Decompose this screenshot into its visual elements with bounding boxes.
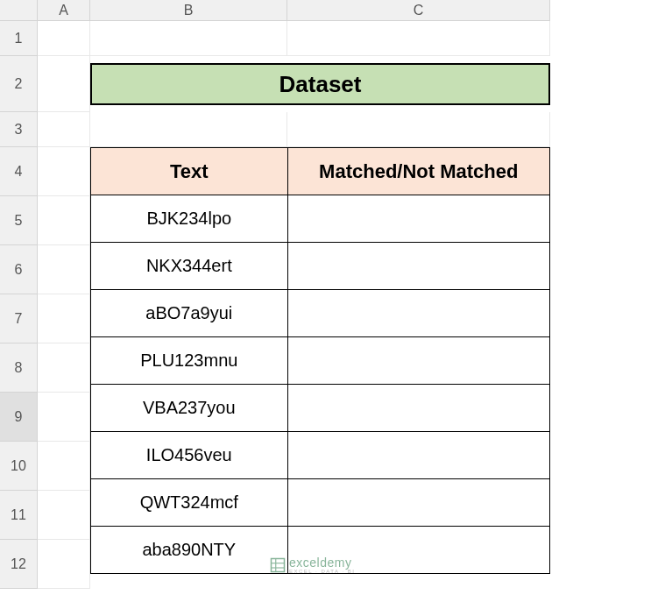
header-matched[interactable]: Matched/Not Matched xyxy=(287,148,549,195)
row-header-9[interactable]: 9 xyxy=(0,393,38,442)
data-table: Text Matched/Not Matched BJK234lpo NKX34… xyxy=(90,147,550,574)
cell-a4[interactable] xyxy=(38,147,90,196)
table-row: NKX344ert xyxy=(91,243,550,290)
col-header-a[interactable]: A xyxy=(38,0,90,21)
cell-a5[interactable] xyxy=(38,196,90,245)
title-merged-cell[interactable]: Dataset xyxy=(90,56,550,112)
table-header-row: Text Matched/Not Matched xyxy=(91,148,550,195)
table-row: aBO7a9yui xyxy=(91,290,550,337)
cell-matched[interactable] xyxy=(287,385,549,432)
row-header-1[interactable]: 1 xyxy=(0,21,38,56)
col-header-c[interactable]: C xyxy=(287,0,550,21)
row-header-2[interactable]: 2 xyxy=(0,56,38,112)
cell-a2[interactable] xyxy=(38,56,90,112)
cell-text[interactable]: BJK234lpo xyxy=(91,195,288,243)
cell-text[interactable]: NKX344ert xyxy=(91,243,288,290)
watermark: exceldemy EXCEL · DATA · BI xyxy=(270,556,355,574)
cell-a10[interactable] xyxy=(38,442,90,491)
cell-b3[interactable] xyxy=(90,112,287,147)
cell-text[interactable]: PLU123mnu xyxy=(91,337,288,385)
table-row: ILO456veu xyxy=(91,432,550,479)
row-header-12[interactable]: 12 xyxy=(0,540,38,589)
row-header-8[interactable]: 8 xyxy=(0,343,38,393)
cell-text[interactable]: aBO7a9yui xyxy=(91,290,288,337)
cell-a12[interactable] xyxy=(38,540,90,589)
cell-matched[interactable] xyxy=(287,290,549,337)
cell-text[interactable]: aba890NTY xyxy=(91,527,288,574)
row-header-11[interactable]: 11 xyxy=(0,491,38,540)
data-table-region: Text Matched/Not Matched BJK234lpo NKX34… xyxy=(90,147,550,589)
table-row: VBA237you xyxy=(91,385,550,432)
table-row: QWT324mcf xyxy=(91,479,550,527)
cell-matched[interactable] xyxy=(287,243,549,290)
row-header-10[interactable]: 10 xyxy=(0,442,38,491)
watermark-main: exceldemy xyxy=(289,556,355,569)
select-all-corner[interactable] xyxy=(0,0,38,21)
row-header-7[interactable]: 7 xyxy=(0,294,38,343)
row-header-5[interactable]: 5 xyxy=(0,196,38,245)
cell-matched[interactable] xyxy=(287,195,549,243)
cell-a8[interactable] xyxy=(38,343,90,393)
spreadsheet-icon xyxy=(270,557,286,573)
cell-matched[interactable] xyxy=(287,432,549,479)
watermark-text: exceldemy EXCEL · DATA · BI xyxy=(289,556,355,574)
col-header-b[interactable]: B xyxy=(90,0,287,21)
cell-c3[interactable] xyxy=(287,112,550,147)
cell-matched[interactable] xyxy=(287,479,549,527)
cell-a1[interactable] xyxy=(38,21,90,56)
cell-a3[interactable] xyxy=(38,112,90,147)
cell-text[interactable]: ILO456veu xyxy=(91,432,288,479)
cell-text[interactable]: QWT324mcf xyxy=(91,479,288,527)
cell-text[interactable]: VBA237you xyxy=(91,385,288,432)
row-header-4[interactable]: 4 xyxy=(0,147,38,196)
cell-a6[interactable] xyxy=(38,245,90,294)
cell-matched[interactable] xyxy=(287,337,549,385)
table-row: PLU123mnu xyxy=(91,337,550,385)
watermark-sub: EXCEL · DATA · BI xyxy=(289,569,355,574)
table-row: BJK234lpo xyxy=(91,195,550,243)
dataset-title: Dataset xyxy=(90,63,550,105)
header-text[interactable]: Text xyxy=(91,148,288,195)
cell-a11[interactable] xyxy=(38,491,90,540)
cell-a9[interactable] xyxy=(38,393,90,442)
svg-rect-0 xyxy=(272,559,285,572)
cell-a7[interactable] xyxy=(38,294,90,343)
spreadsheet-grid: A B C 1 2 Dataset 3 4 Text Matched/Not M… xyxy=(0,0,672,589)
row-header-3[interactable]: 3 xyxy=(0,112,38,147)
row-header-6[interactable]: 6 xyxy=(0,245,38,294)
cell-c1[interactable] xyxy=(287,21,550,56)
cell-b1[interactable] xyxy=(90,21,287,56)
